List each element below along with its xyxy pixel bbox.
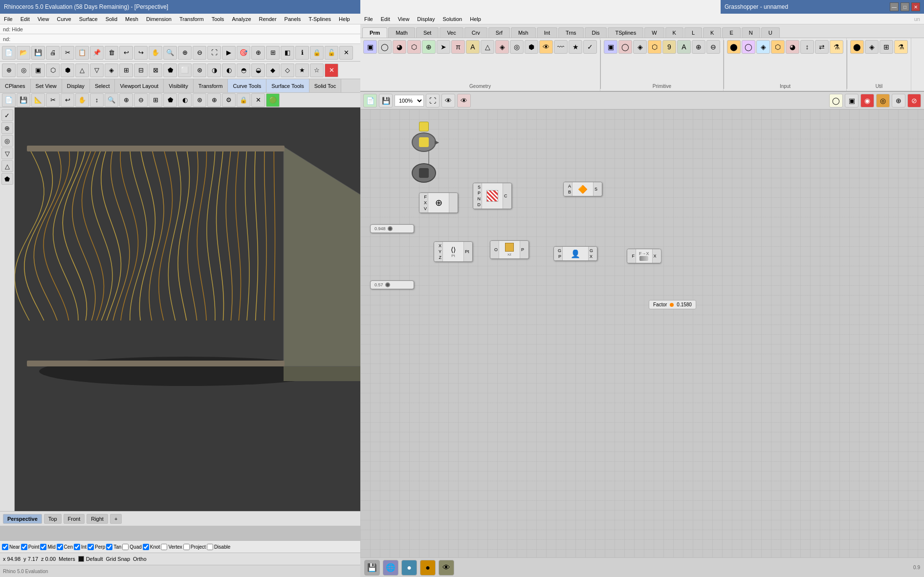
gh-minimize-btn[interactable]: — xyxy=(890,2,899,11)
qt-13[interactable]: ◐ xyxy=(178,93,192,107)
gh-input-4[interactable]: ⬡ xyxy=(771,40,785,54)
tb-layer[interactable]: ◧ xyxy=(281,46,294,60)
gh-icon-hex[interactable]: ⬡ xyxy=(407,40,421,54)
gh-icon-cross[interactable]: ⊕ xyxy=(422,40,436,54)
menu-render[interactable]: Render xyxy=(255,15,281,23)
qt-18[interactable]: ✕ xyxy=(251,93,265,107)
gh-menu-edit[interactable]: Edit xyxy=(377,15,394,23)
gh-input-2[interactable]: ◯ xyxy=(742,40,755,54)
tb2-3[interactable]: ▣ xyxy=(31,64,45,77)
gh-tb-preview2[interactable]: ▣ xyxy=(845,94,858,107)
gh-tb-eye2[interactable]: 👁 xyxy=(457,94,471,107)
tb-paste[interactable]: 📌 xyxy=(90,46,104,60)
gh-icon-wave[interactable]: 〰 xyxy=(554,40,568,54)
tb-delete[interactable]: 🗑 xyxy=(105,46,118,60)
snap-vertex[interactable]: Vertex xyxy=(161,544,182,550)
tb2-9[interactable]: ⊞ xyxy=(119,64,133,77)
tb-cplanes[interactable]: CPlanes xyxy=(0,79,31,92)
menu-solid[interactable]: Solid xyxy=(102,15,121,23)
gh-tab-vec[interactable]: Vec xyxy=(440,27,463,38)
qt-2[interactable]: 💾 xyxy=(17,93,30,107)
tb2-16[interactable]: ◐ xyxy=(222,64,236,77)
gh-tab-msh[interactable]: Msh xyxy=(511,27,536,38)
gh-prim-4[interactable]: ⬡ xyxy=(648,40,661,54)
gh-input-7[interactable]: ⇄ xyxy=(815,40,829,54)
gh-status-btn5[interactable]: 👁 xyxy=(439,560,454,576)
tb-grid[interactable]: ⊞ xyxy=(266,46,280,60)
snap-perp[interactable]: Perp xyxy=(88,544,105,550)
gh-icon-check[interactable]: ✓ xyxy=(583,40,597,54)
gh-tb-zoomfit[interactable]: ⛶ xyxy=(426,94,440,107)
gh-node-fx[interactable]: F F→X X xyxy=(627,249,661,263)
qt-9[interactable]: ⊕ xyxy=(119,93,133,107)
tab-add[interactable]: + xyxy=(110,514,122,524)
qt-4[interactable]: ✂ xyxy=(46,93,60,107)
qt-12[interactable]: ⬟ xyxy=(163,93,177,107)
gh-curve-param[interactable] xyxy=(412,163,436,183)
tb-curve-tools[interactable]: Curve Tools xyxy=(228,79,266,92)
side-5[interactable]: △ xyxy=(1,160,13,172)
gh-menu-view[interactable]: View xyxy=(394,15,414,23)
side-6[interactable]: ⬟ xyxy=(1,173,13,185)
tb2-12[interactable]: ⬟ xyxy=(163,64,177,77)
gh-icon-star[interactable]: ★ xyxy=(569,40,582,54)
tb2-22[interactable]: ☆ xyxy=(310,64,324,77)
tb2-2[interactable]: ◎ xyxy=(17,64,30,77)
qt-3[interactable]: 📐 xyxy=(31,93,45,107)
gh-tb-render2[interactable]: ⊘ xyxy=(907,94,921,107)
tb2-close[interactable]: ✕ xyxy=(325,64,338,77)
menu-curve[interactable]: Curve xyxy=(53,15,75,23)
gh-icon-circle2[interactable]: ◎ xyxy=(510,40,524,54)
gh-input-1[interactable]: ⬤ xyxy=(727,40,741,54)
tb2-18[interactable]: ◒ xyxy=(251,64,265,77)
snap-int[interactable]: Int xyxy=(74,544,87,550)
gh-status-btn1[interactable]: 💾 xyxy=(364,560,380,576)
tb-display[interactable]: Display xyxy=(62,79,90,92)
tb-visibility[interactable]: Visibility xyxy=(164,79,194,92)
gh-prim-7[interactable]: ⊕ xyxy=(692,40,705,54)
gh-icon-eye[interactable]: 👁 xyxy=(539,40,553,54)
gh-status-btn3[interactable]: ● xyxy=(401,560,417,576)
gh-tb-eye[interactable]: 👁 xyxy=(441,94,455,107)
gh-tb-preview3[interactable]: ◉ xyxy=(860,94,874,107)
gh-prim-2[interactable]: ◯ xyxy=(618,40,632,54)
gh-input-5[interactable]: ◕ xyxy=(786,40,799,54)
gh-menu-file[interactable]: File xyxy=(360,15,377,23)
tb-setview[interactable]: Set View xyxy=(31,79,62,92)
tb-undo[interactable]: ↩ xyxy=(119,46,133,60)
gh-tab-crv[interactable]: Crv xyxy=(464,27,487,38)
gh-slider-1[interactable]: 0.948 xyxy=(370,224,414,233)
gh-tb-preview4[interactable]: ◎ xyxy=(876,94,890,107)
gh-slider-2[interactable]: 0.57 xyxy=(370,280,414,289)
tab-top[interactable]: Top xyxy=(44,514,62,524)
gh-util-3[interactable]: ⊞ xyxy=(880,40,893,54)
gh-tab-w[interactable]: W xyxy=(644,27,664,38)
side-4[interactable]: ▽ xyxy=(1,148,13,159)
tab-perspective[interactable]: Perspective xyxy=(3,514,42,524)
tb-pan[interactable]: ✋ xyxy=(149,46,162,60)
gh-tab-l[interactable]: L xyxy=(684,27,702,38)
tb2-7[interactable]: ▽ xyxy=(90,64,104,77)
menu-edit[interactable]: Edit xyxy=(17,15,34,23)
gh-node-op[interactable]: O xz P xyxy=(490,240,529,259)
tb2-1[interactable]: ⊕ xyxy=(2,64,16,77)
gh-tab-n[interactable]: N xyxy=(742,27,760,38)
tb2-5[interactable]: ⬢ xyxy=(61,64,74,77)
tb-surface-tools[interactable]: Surface Tools xyxy=(266,79,309,92)
menu-transform[interactable]: Transform xyxy=(176,15,208,23)
gh-icon-arrow[interactable]: ➤ xyxy=(437,40,450,54)
tb2-15[interactable]: ◑ xyxy=(207,64,221,77)
menu-dimension[interactable]: Dimension xyxy=(142,15,176,23)
gh-tb-save[interactable]: 💾 xyxy=(379,94,393,107)
tb-x[interactable]: ✕ xyxy=(339,46,353,60)
gh-menu-solution[interactable]: Solution xyxy=(439,15,466,23)
gh-tab-prm[interactable]: Prm xyxy=(362,27,387,38)
gh-tab-e[interactable]: E xyxy=(722,27,740,38)
gh-tab-k2[interactable]: K xyxy=(703,27,721,38)
qt-16[interactable]: ⚙ xyxy=(222,93,236,107)
tb-transform[interactable]: Transform xyxy=(194,79,228,92)
tb-zoomout[interactable]: ⊖ xyxy=(193,46,206,60)
gh-icon-circle[interactable]: ◯ xyxy=(378,40,392,54)
qt-11[interactable]: ⊞ xyxy=(149,93,162,107)
gh-icon-sphere[interactable]: ◕ xyxy=(393,40,406,54)
